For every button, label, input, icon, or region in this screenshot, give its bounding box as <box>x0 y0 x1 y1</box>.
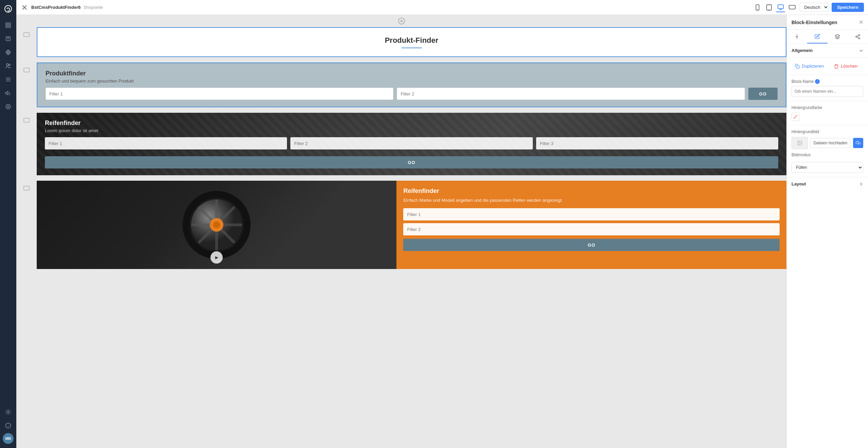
svg-point-47 <box>213 221 220 228</box>
info-dot: i <box>815 79 820 84</box>
sidebar-item-pages[interactable] <box>2 33 14 45</box>
bg-image-section: Hintergrundbild Dateien hochladen <box>787 125 868 177</box>
device-tablet[interactable] <box>764 3 774 12</box>
bg-color-section: Hintergrundfarbe <box>787 101 868 125</box>
svg-marker-15 <box>6 91 8 95</box>
upload-icon-button[interactable] <box>853 138 863 148</box>
block3-go-button[interactable]: GO <box>45 156 778 168</box>
block2-content[interactable]: Produktfinder Einfach und bequem zum ges… <box>37 62 786 107</box>
svg-point-57 <box>799 142 799 143</box>
upload-button[interactable]: Dateien hochladen <box>811 138 850 148</box>
block3-filter1[interactable] <box>45 137 287 149</box>
allgemein-header[interactable]: Allgemein <box>792 48 863 53</box>
block3-content[interactable]: Reifenfinder Lorem ipsum dolor sit amet … <box>37 113 786 175</box>
color-swatch[interactable] <box>792 113 800 121</box>
block2-go-button[interactable]: GO <box>748 88 778 100</box>
svg-point-16 <box>6 104 11 109</box>
block2-filters: GO <box>46 88 778 100</box>
sidebar-item-settings[interactable] <box>2 406 14 418</box>
sidebar-item-info[interactable] <box>2 419 14 432</box>
sidebar-logo[interactable] <box>2 3 14 15</box>
delete-icon <box>834 64 839 69</box>
svg-point-52 <box>858 38 860 39</box>
block3-filter3[interactable] <box>536 137 778 149</box>
svg-point-51 <box>856 36 857 37</box>
svg-line-53 <box>857 37 859 38</box>
tab-subtitle: Shopseite <box>83 5 103 10</box>
block4-go-button[interactable]: GO <box>403 239 780 251</box>
svg-rect-1 <box>6 23 7 24</box>
image-row: Dateien hochladen <box>792 137 863 149</box>
panel-header: Block-Einstellungen ✕ <box>787 15 868 30</box>
panel-icon-layers[interactable] <box>828 30 848 43</box>
close-button[interactable] <box>20 3 29 12</box>
block4-side-icon <box>16 181 37 269</box>
block3-overlay: Reifenfinder Lorem ipsum dolor sit amet … <box>37 113 786 175</box>
panel-icon-settings[interactable] <box>787 30 807 43</box>
svg-rect-35 <box>24 33 29 37</box>
sidebar-item-analytics[interactable] <box>2 101 14 113</box>
device-mobile[interactable] <box>753 3 762 12</box>
block4-image: ▶ <box>37 181 396 269</box>
language-select[interactable]: Deutsch <box>800 3 829 12</box>
add-block-top[interactable] <box>16 15 786 27</box>
svg-point-48 <box>796 36 798 37</box>
svg-point-50 <box>858 34 860 36</box>
save-button[interactable]: Speichern <box>832 3 864 12</box>
block-name-input[interactable] <box>792 86 863 97</box>
panel-close-button[interactable]: ✕ <box>859 19 863 25</box>
panel-icon-edit[interactable] <box>807 30 828 43</box>
chevron-down-icon <box>859 49 863 53</box>
block1-content[interactable]: Produkt-Finder <box>37 27 786 57</box>
svg-line-54 <box>857 35 859 36</box>
content-area: Produkt-Finder Produktfinder Einfach und… <box>16 15 868 448</box>
block-header-row: Produkt-Finder <box>16 27 786 57</box>
sidebar-item-shop[interactable] <box>2 46 14 58</box>
block4-content: ▶ Reifenfinder Einfach Marke und Modell … <box>37 181 786 269</box>
play-button[interactable]: ▶ <box>210 251 223 264</box>
sidebar-item-marketing[interactable] <box>2 87 14 99</box>
user-avatar[interactable]: MB <box>3 433 14 444</box>
panel-actions: Duplizieren Löschen <box>787 57 868 75</box>
block2-filter2[interactable] <box>397 88 745 100</box>
sidebar-item-users[interactable] <box>2 60 14 72</box>
device-desktop[interactable] <box>776 3 785 12</box>
block4-filter1[interactable] <box>403 208 780 220</box>
allgemein-title: Allgemein <box>792 48 813 53</box>
block2-filter1[interactable] <box>46 88 393 100</box>
block-space-3 <box>16 175 786 181</box>
panel-title: Block-Einstellungen <box>792 20 837 25</box>
svg-point-17 <box>7 106 9 108</box>
block3-title: Reifenfinder <box>45 120 778 127</box>
delete-label: Löschen <box>841 64 857 69</box>
sidebar-item-content[interactable] <box>2 73 14 86</box>
block3-filter2[interactable] <box>290 137 532 149</box>
block1-side-icon <box>16 27 37 57</box>
svg-marker-49 <box>835 34 840 37</box>
block3-filters <box>45 137 778 149</box>
svg-point-18 <box>7 411 9 413</box>
device-wide[interactable] <box>787 3 797 12</box>
block-reifenfinder-dark-row: Reifenfinder Lorem ipsum dolor sit amet … <box>16 113 786 175</box>
bg-color-label: Hintergrundfarbe <box>792 105 863 110</box>
delete-button[interactable]: Löschen <box>831 61 861 71</box>
svg-rect-4 <box>9 26 11 28</box>
svg-rect-31 <box>789 5 795 9</box>
image-mode-select[interactable]: Füllen <box>792 162 863 173</box>
image-icon <box>797 140 802 146</box>
block4-filter2[interactable] <box>403 223 780 235</box>
duplicate-button[interactable]: Duplizieren <box>792 61 827 71</box>
layout-title: Layout <box>792 181 806 186</box>
right-panel: Block-Einstellungen ✕ <box>786 15 868 448</box>
svg-point-10 <box>6 64 8 66</box>
block-space-1 <box>16 57 786 62</box>
block1-title: Produkt-Finder <box>46 36 778 45</box>
panel-icon-share[interactable] <box>848 30 868 43</box>
layout-section[interactable]: Layout <box>787 177 868 191</box>
canvas-area[interactable]: Produkt-Finder Produktfinder Einfach und… <box>16 15 786 448</box>
duplicate-icon <box>795 64 800 69</box>
sidebar-item-layers[interactable] <box>2 19 14 31</box>
pencil-icon <box>794 115 798 119</box>
block3-subtitle: Lorem ipsum dolor sit amet <box>45 128 778 133</box>
svg-rect-28 <box>778 4 783 8</box>
